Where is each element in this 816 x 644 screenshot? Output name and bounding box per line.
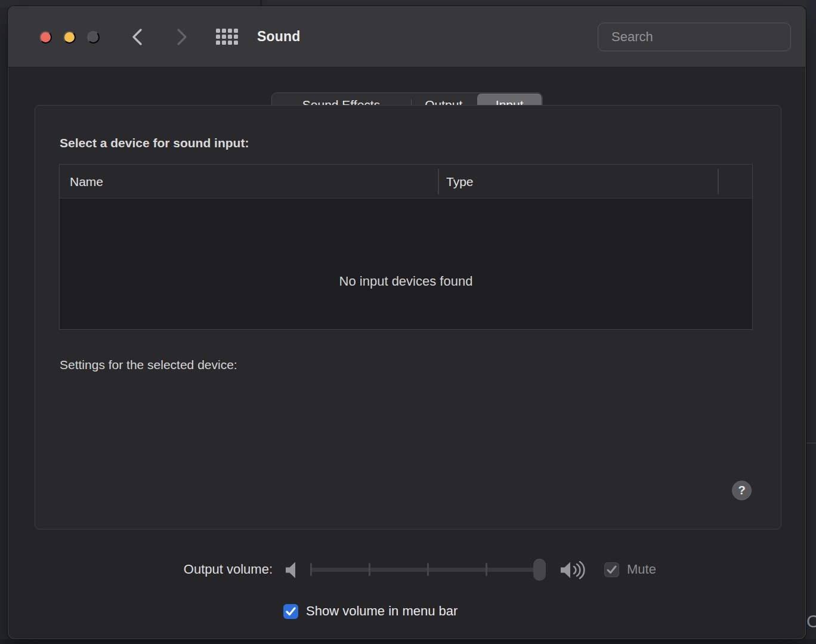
help-button[interactable]: ? [732, 481, 752, 500]
show-volume-row: Show volume in menu bar [8, 600, 806, 623]
empty-table-message: No input devices found [60, 274, 752, 289]
column-separator [718, 169, 719, 194]
output-volume-label: Output volume: [67, 558, 273, 581]
output-volume-slider[interactable] [310, 558, 546, 581]
speaker-low-icon [284, 561, 301, 580]
sound-preferences-window: Sound Sound Effects Output Input Select … [8, 6, 806, 639]
slider-tick [427, 563, 429, 576]
chevron-left-icon [131, 28, 144, 46]
slider-tick [369, 563, 370, 576]
apps-grid-icon [216, 29, 239, 45]
titlebar: Sound [8, 6, 806, 67]
background-window-text-fragment: O [806, 608, 816, 634]
column-header-name[interactable]: Name [70, 165, 103, 199]
speaker-loud-icon [560, 560, 589, 580]
checkmark-icon [286, 607, 296, 616]
chevron-right-icon [175, 28, 188, 46]
output-volume-row: Output volume: Mute [8, 558, 806, 581]
input-devices-table: Name Type No input devices found [59, 164, 753, 330]
desktop-background-bottom [0, 639, 816, 644]
search-field[interactable] [598, 23, 791, 51]
show-volume-checkbox[interactable] [283, 604, 298, 619]
checkmark-icon [607, 565, 617, 574]
show-all-preferences-button[interactable] [215, 26, 239, 48]
close-button[interactable] [39, 31, 52, 44]
slider-tick [310, 563, 312, 576]
back-button[interactable] [126, 26, 149, 48]
column-header-type[interactable]: Type [446, 165, 474, 199]
column-separator [438, 169, 439, 194]
mute-label[interactable]: Mute [627, 558, 656, 581]
slider-tick [486, 563, 487, 576]
slider-handle[interactable] [533, 559, 546, 581]
settings-for-device-label: Settings for the selected device: [60, 358, 237, 372]
minimize-button[interactable] [63, 31, 76, 44]
desktop-background-divider [806, 442, 816, 444]
show-volume-label[interactable]: Show volume in menu bar [306, 600, 458, 623]
table-header: Name Type [60, 165, 752, 199]
search-input[interactable] [611, 29, 783, 45]
page-title: Sound [257, 6, 301, 67]
zoom-button[interactable] [87, 31, 100, 44]
mute-checkbox[interactable] [604, 562, 619, 577]
forward-button[interactable] [171, 26, 193, 48]
desktop-background-right [806, 0, 816, 644]
select-device-label: Select a device for sound input: [60, 136, 249, 150]
